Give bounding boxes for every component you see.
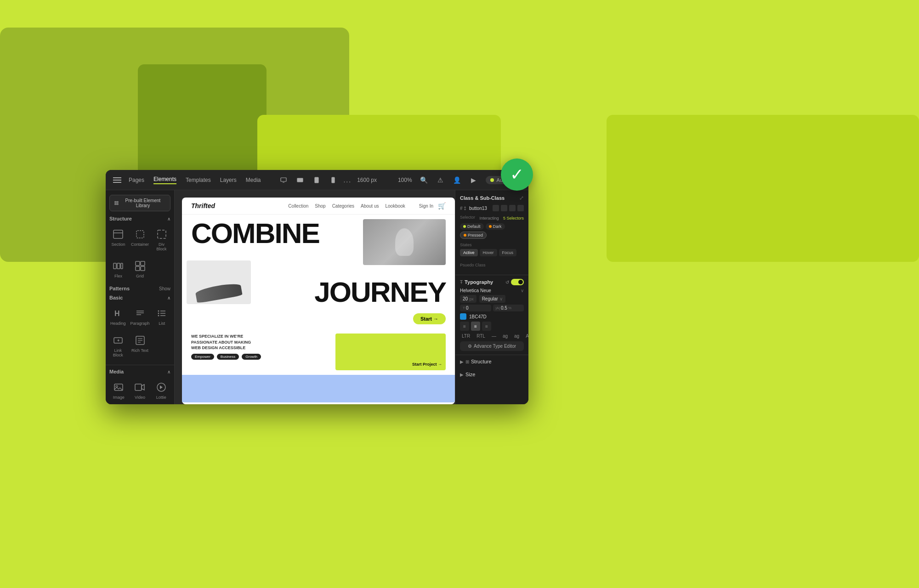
svg-rect-11 bbox=[136, 231, 144, 238]
site-hero: COMBINE JOURNEY bbox=[182, 215, 455, 306]
rich-text-label: Rich Text bbox=[131, 348, 148, 353]
element-video[interactable]: Video bbox=[130, 378, 149, 402]
structure-collapse[interactable]: ∧ bbox=[167, 216, 170, 221]
element-container[interactable]: Container bbox=[130, 225, 150, 254]
zoom-control[interactable]: 100% bbox=[398, 177, 412, 183]
view-icon-3[interactable] bbox=[509, 205, 516, 211]
view-icon-2[interactable] bbox=[501, 205, 507, 211]
website-preview: Thrifted Collection Shop Categories Abou… bbox=[182, 198, 455, 404]
structure-elements: Section Container Div Block bbox=[109, 225, 170, 281]
ag-lower-1[interactable]: ag bbox=[501, 333, 510, 339]
element-div-block[interactable]: Div Block bbox=[153, 225, 170, 254]
ag-upper[interactable]: Ag bbox=[524, 333, 528, 339]
letter-spacing-input[interactable]: |A| 0.5 % bbox=[493, 305, 524, 311]
menu-icon[interactable] bbox=[113, 177, 121, 183]
device-mobile[interactable] bbox=[327, 175, 340, 185]
direction-ltr[interactable]: LTR bbox=[460, 333, 472, 339]
start-project-link: Start Project → bbox=[412, 362, 442, 367]
typography-section: Ŧ Typography ↺ Helvetica Neue ∨ 20 px bbox=[455, 275, 528, 355]
structure-panel-icon: ⊞ bbox=[465, 359, 469, 364]
device-tablet-landscape[interactable] bbox=[294, 175, 306, 185]
state-active[interactable]: Active bbox=[460, 249, 478, 256]
selector-count: 5 Selectors bbox=[503, 216, 524, 220]
align-right-btn[interactable]: ≡ bbox=[482, 322, 491, 331]
element-flex[interactable]: Flex bbox=[109, 257, 127, 281]
font-color-value[interactable]: 1BC47D bbox=[469, 314, 487, 319]
transform-row: T 0 |A| 0.5 % bbox=[460, 305, 524, 311]
success-badge: ✓ bbox=[501, 158, 533, 191]
font-color-swatch[interactable] bbox=[460, 313, 466, 320]
toolbar-more[interactable]: ... bbox=[343, 176, 352, 184]
font-size-unit: px bbox=[469, 297, 474, 301]
svg-rect-5 bbox=[115, 201, 116, 203]
nav-templates[interactable]: Templates bbox=[186, 177, 211, 183]
link-block-icon bbox=[112, 334, 125, 347]
font-chevron[interactable]: ∨ bbox=[521, 288, 524, 293]
device-desktop[interactable] bbox=[277, 175, 290, 185]
cta-start-button[interactable]: Start → bbox=[413, 313, 446, 324]
structure-panel-arrow[interactable]: ▶ bbox=[460, 359, 464, 364]
nav-media[interactable]: Media bbox=[246, 177, 261, 183]
patterns-show[interactable]: Show bbox=[159, 286, 170, 291]
device-tablet[interactable] bbox=[310, 175, 323, 185]
alert-button[interactable]: ⚠ bbox=[436, 175, 445, 185]
tag-business: Business bbox=[217, 354, 239, 360]
typography-toggle[interactable] bbox=[511, 279, 524, 285]
class-panel-expand[interactable]: ⤢ bbox=[519, 195, 524, 201]
element-section[interactable]: Section bbox=[109, 225, 127, 254]
view-icon-1[interactable] bbox=[493, 205, 499, 211]
structure-panel-title: Structure bbox=[471, 359, 492, 364]
align-left-btn[interactable]: ≡ bbox=[460, 322, 469, 331]
selector-dark-label: Dark bbox=[493, 224, 502, 229]
site-tags: Empower Business Growth bbox=[191, 354, 326, 360]
states-row: States Active Hover Focus bbox=[460, 243, 524, 256]
element-image[interactable]: Image bbox=[109, 378, 128, 402]
typography-title: Typography bbox=[465, 279, 493, 285]
align-center-btn[interactable]: ≡ bbox=[471, 322, 480, 331]
typography-header: Ŧ Typography ↺ bbox=[460, 279, 524, 285]
site-content: WE SPECIALIZE IN WE'RE PASSIONATE ABOUT … bbox=[182, 329, 455, 375]
element-list[interactable]: List bbox=[153, 304, 170, 328]
selector-dark[interactable]: Dark bbox=[486, 223, 505, 230]
advance-type-editor-button[interactable]: ⚙ Advance Type Editor bbox=[460, 341, 524, 351]
element-rich-text[interactable]: Rich Text bbox=[130, 331, 151, 360]
font-color-row: 1BC47D bbox=[460, 313, 524, 320]
advance-type-label: Advance Type Editor bbox=[474, 344, 516, 349]
element-paragraph[interactable]: Paragraph bbox=[130, 304, 151, 328]
user-button[interactable]: 👤 bbox=[453, 175, 462, 185]
nav-pages[interactable]: Pages bbox=[129, 177, 144, 183]
site-description: WE SPECIALIZE IN WE'RE PASSIONATE ABOUT … bbox=[191, 334, 326, 370]
selector-default[interactable]: Default bbox=[460, 223, 484, 230]
font-name[interactable]: Helvetica Neue bbox=[460, 288, 491, 293]
search-button[interactable]: 🔍 bbox=[420, 175, 429, 185]
typography-icon: Ŧ bbox=[460, 280, 463, 285]
section-icon bbox=[112, 228, 125, 241]
media-collapse[interactable]: ∧ bbox=[167, 369, 170, 374]
font-weight-select[interactable]: Regular ∨ bbox=[479, 295, 505, 303]
size-panel-arrow[interactable]: ▶ bbox=[460, 372, 464, 377]
toolbar-devices: ... 1600 px bbox=[277, 175, 376, 185]
ag-lower-2[interactable]: ag bbox=[512, 333, 521, 339]
site-yellow-block: Start Project → bbox=[335, 334, 446, 370]
element-heading[interactable]: H Heading bbox=[109, 304, 127, 328]
prebuilt-library-button[interactable]: Pre-built Element Library bbox=[109, 195, 170, 211]
svg-rect-2 bbox=[297, 178, 303, 182]
nav-layers[interactable]: Layers bbox=[220, 177, 237, 183]
text-transform-input[interactable]: T 0 bbox=[460, 305, 491, 311]
element-link-block[interactable]: Link Block bbox=[109, 331, 127, 360]
font-size-input[interactable]: 20 px bbox=[460, 295, 477, 303]
state-hover[interactable]: Hover bbox=[480, 249, 497, 256]
selector-pressed[interactable]: Pressed bbox=[460, 232, 487, 239]
state-focus[interactable]: Focus bbox=[499, 249, 517, 256]
direction-rtl[interactable]: RTL bbox=[475, 333, 487, 339]
basic-collapse[interactable]: ∧ bbox=[167, 295, 170, 300]
typography-reset-icon[interactable]: ↺ bbox=[505, 280, 509, 285]
view-icon-4[interactable] bbox=[517, 205, 524, 211]
nav-elements[interactable]: Elements bbox=[153, 176, 176, 184]
element-lottie[interactable]: Lottie bbox=[152, 378, 170, 402]
play-button[interactable]: ▶ bbox=[469, 175, 478, 185]
selector-row: Selector Interacting 5 Selectors Default… bbox=[460, 215, 524, 239]
structure-title: Structure bbox=[109, 216, 132, 221]
font-row: Helvetica Neue ∨ bbox=[460, 288, 524, 293]
element-grid[interactable]: Grid bbox=[130, 257, 150, 281]
